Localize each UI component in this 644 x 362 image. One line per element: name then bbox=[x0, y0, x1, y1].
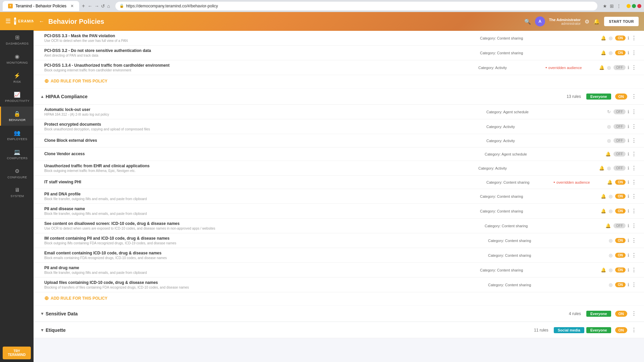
rule-name: PII and DNA profile bbox=[44, 192, 480, 196]
notifications-icon[interactable]: 🔔 bbox=[593, 18, 600, 25]
add-rule-label: ADD RULE FOR THIS POLICY bbox=[51, 79, 107, 83]
sidebar-logo-area: ☰ T ERAMIND bbox=[0, 12, 34, 30]
rule-desc: Block outgoing internet traffic from car… bbox=[44, 68, 478, 72]
new-tab-button[interactable]: + bbox=[82, 3, 85, 9]
rule-menu-button[interactable]: ⋮ bbox=[629, 64, 639, 71]
back-button[interactable]: ← bbox=[88, 3, 92, 9]
hipaa-toggle-on[interactable]: ON bbox=[615, 94, 628, 100]
browser-tab[interactable]: T Teramind - Behavior Policies ✕ bbox=[3, 1, 79, 11]
rule-toggle-on[interactable]: ON bbox=[615, 50, 626, 55]
rule-toggle-off[interactable]: OFF bbox=[613, 223, 626, 228]
rule-menu-button[interactable]: ⋮ bbox=[629, 266, 639, 274]
hipaa-menu-button[interactable]: ⋮ bbox=[629, 93, 639, 100]
add-rule-pci[interactable]: ⊕ ADD RULE FOR THIS POLICY bbox=[34, 75, 644, 88]
rule-icons: 🔔 ◎ bbox=[601, 50, 612, 55]
back-navigation-button[interactable]: ← bbox=[39, 18, 44, 24]
sidebar-item-configure[interactable]: ⚙ CONFIGURE bbox=[0, 164, 34, 183]
sidebar-item-employees[interactable]: 👥 EMPLOYEES bbox=[0, 126, 34, 145]
hipaa-collapse-chevron[interactable]: ▲ bbox=[39, 93, 46, 100]
rule-icons: ◎ bbox=[609, 253, 612, 258]
sidebar-item-computers[interactable]: 💻 COMPUTERS bbox=[0, 145, 34, 164]
sidebar-item-productivity[interactable]: 📈 PRODUCTIVITY bbox=[0, 87, 34, 107]
hipaa-section-name: HIPAA Compliance bbox=[46, 94, 567, 99]
rule-toggle-off[interactable]: OFF bbox=[613, 152, 626, 157]
sidebar-label-employees: EMPLOYEES bbox=[7, 137, 27, 141]
hipaa-header: ▲ HIPAA Compliance 13 rules Everyone ON … bbox=[34, 88, 644, 105]
rule-menu-button[interactable]: ⋮ bbox=[629, 192, 639, 200]
rule-toggle-on[interactable]: ON bbox=[615, 282, 626, 287]
rule-menu-button[interactable]: ⋮ bbox=[629, 49, 639, 57]
rule-menu-button[interactable]: ⋮ bbox=[629, 164, 639, 172]
bookmark-star[interactable]: ★ bbox=[603, 3, 607, 9]
sidebar-item-system[interactable]: 🖥 SYSTEM bbox=[0, 183, 34, 202]
rule-menu-button[interactable]: ⋮ bbox=[629, 123, 639, 130]
rule-menu-button[interactable]: ⋮ bbox=[629, 108, 639, 116]
close-button[interactable] bbox=[637, 4, 641, 8]
rule-menu-button[interactable]: ⋮ bbox=[629, 34, 639, 42]
etiquette-collapse-chevron[interactable]: ▼ bbox=[39, 326, 46, 334]
forward-button[interactable]: → bbox=[94, 3, 99, 9]
rule-toggle-off[interactable]: OFF bbox=[613, 109, 626, 114]
tab-close[interactable]: ✕ bbox=[70, 4, 74, 8]
address-bar[interactable]: 🔒 https://democompany.teramind.co/#/beha… bbox=[115, 2, 597, 10]
rule-toggle-off[interactable]: OFF bbox=[613, 65, 626, 70]
rule-toggle-on[interactable]: ON bbox=[615, 238, 626, 243]
rule-menu-button[interactable]: ⋮ bbox=[629, 150, 639, 158]
rule-menu-button[interactable]: ⋮ bbox=[629, 237, 639, 244]
sensitive-data-header: ▼ Sensitive Data 4 rules Everyone ON ⋮ bbox=[34, 306, 644, 322]
sidebar-item-behavior[interactable]: 🔒 BEHAVIOR bbox=[0, 107, 34, 126]
sensitive-collapse-chevron[interactable]: ▼ bbox=[39, 310, 46, 317]
content-area[interactable]: PCI-DSS 3.3 - Mask the PAN violation Use… bbox=[34, 31, 644, 362]
sensitive-toggle-on[interactable]: ON bbox=[615, 311, 628, 317]
rule-menu-button[interactable]: ⋮ bbox=[629, 251, 639, 259]
rule-toggle-on[interactable]: ON bbox=[615, 180, 626, 185]
user-name: The Administrator bbox=[549, 18, 581, 22]
extensions-button[interactable]: ⊞ bbox=[610, 3, 614, 9]
rule-menu-button[interactable]: ⋮ bbox=[629, 178, 639, 186]
browser-menu[interactable]: ⋮ bbox=[616, 3, 621, 9]
rule-category: Category: Content sharing bbox=[480, 51, 547, 55]
sensitive-menu-button[interactable]: ⋮ bbox=[629, 310, 639, 317]
search-icon-button[interactable]: 🔍 bbox=[524, 18, 531, 25]
etiquette-menu-button[interactable]: ⋮ bbox=[629, 326, 639, 334]
table-row: PCI-DSS 3.3 - Mask the PAN violation Use… bbox=[34, 31, 644, 46]
rule-menu-button[interactable]: ⋮ bbox=[629, 281, 639, 289]
sidebar-item-monitoring[interactable]: ◉ MONITORING bbox=[0, 49, 34, 68]
window-controls bbox=[627, 4, 641, 8]
rule-desc: Block file transfer, outgoing IMs and em… bbox=[44, 212, 480, 216]
rule-desc: Block file transfer, outgoing IMs and em… bbox=[44, 197, 480, 201]
rule-menu-button[interactable]: ⋮ bbox=[629, 222, 639, 230]
rule-toggle-on[interactable]: ON bbox=[615, 194, 626, 199]
rule-toggle-on[interactable]: ON bbox=[615, 267, 626, 273]
rule-category: Category: Content sharing bbox=[480, 36, 547, 40]
add-rule-hipaa[interactable]: ⊕ ADD RULE FOR THIS POLICY bbox=[34, 292, 644, 305]
settings-gear-icon[interactable]: ⚙ bbox=[585, 18, 589, 25]
rule-toggle-on[interactable]: ON bbox=[615, 208, 626, 214]
rule-toggle-off[interactable]: OFF bbox=[613, 124, 626, 129]
rule-menu-button[interactable]: ⋮ bbox=[629, 207, 639, 215]
home-button[interactable]: ⌂ bbox=[107, 3, 110, 9]
start-tour-button[interactable]: START TOUR bbox=[604, 17, 639, 26]
rule-toggle-off[interactable]: OFF bbox=[613, 138, 626, 143]
rule-toggle-on[interactable]: ON bbox=[615, 36, 626, 41]
rule-menu-button[interactable]: ⋮ bbox=[629, 137, 639, 144]
etiquette-toggle-on[interactable]: ON bbox=[615, 327, 628, 333]
rule-toggle-off[interactable]: OFF bbox=[613, 166, 626, 171]
risk-icon: ⚡ bbox=[14, 72, 21, 79]
etiquette-section: ▼ Etiquette 11 rules Social media Everyo… bbox=[34, 322, 644, 338]
main-area: ← Behavior Policies 🔍 A The Administrato… bbox=[34, 12, 644, 362]
sidebar-item-risk[interactable]: ⚡ RISK bbox=[0, 68, 34, 87]
url-text: https://democompany.teramind.co/#/behavi… bbox=[126, 4, 218, 8]
rule-toggle-on[interactable]: ON bbox=[615, 253, 626, 258]
app-container: ☰ T ERAMIND ⊞ DASHBOARDS ◉ MONITORING ⚡ … bbox=[0, 12, 644, 362]
try-teramind-button[interactable]: TRY TERAMIND bbox=[3, 347, 31, 359]
minimize-button[interactable] bbox=[627, 4, 631, 8]
user-info: The Administrator administrator bbox=[549, 18, 581, 25]
sidebar-menu-toggle[interactable]: ☰ bbox=[4, 16, 12, 26]
sidebar-logo-text: ERAMIND bbox=[18, 19, 34, 23]
reload-button[interactable]: ↺ bbox=[101, 3, 105, 9]
sidebar-item-dashboards[interactable]: ⊞ DASHBOARDS bbox=[0, 30, 34, 49]
audience-warning: ● overridden audience bbox=[553, 180, 607, 184]
maximize-button[interactable] bbox=[632, 4, 636, 8]
bell-icon: 🔔 bbox=[599, 65, 604, 70]
